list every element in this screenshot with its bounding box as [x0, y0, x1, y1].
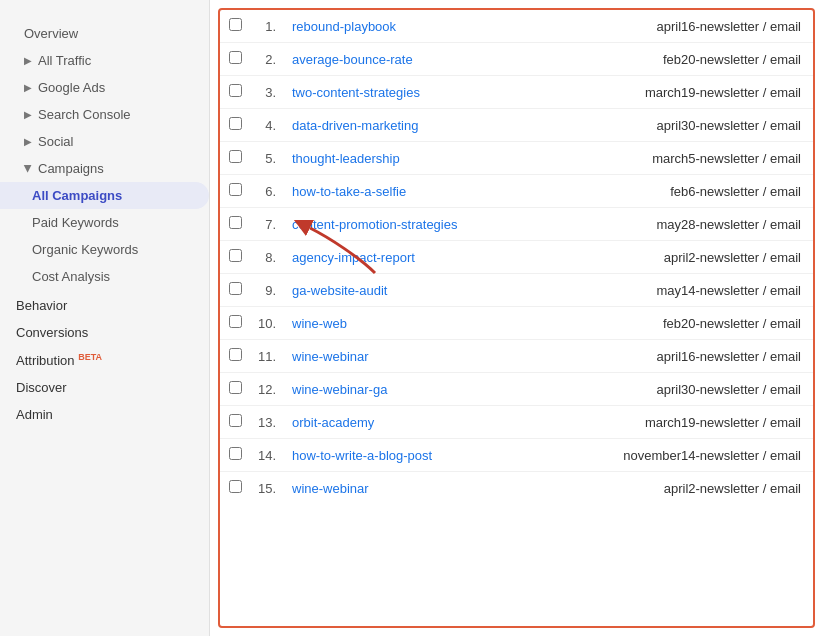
table-row: 4. data-driven-marketing april30-newslet… — [220, 109, 813, 142]
row-source: april30-newsletter / email — [538, 109, 813, 142]
data-table-wrapper: 1. rebound-playbook april16-newsletter /… — [218, 8, 815, 628]
section-behavior: Behavior — [0, 290, 209, 317]
row-link[interactable]: rebound-playbook — [280, 10, 538, 43]
chevron-down-icon: ▶ — [23, 165, 34, 173]
sidebar-item-all-campaigns[interactable]: All Campaigns — [0, 182, 209, 209]
row-number: 9. — [250, 274, 280, 307]
row-checkbox-cell[interactable] — [220, 340, 250, 373]
overview-label: Overview — [24, 26, 78, 41]
row-checkbox[interactable] — [229, 150, 242, 163]
row-checkbox-cell[interactable] — [220, 208, 250, 241]
table-row: 12. wine-webinar-ga april30-newsletter /… — [220, 373, 813, 406]
organic-keywords-label: Organic Keywords — [32, 242, 138, 257]
paid-keywords-label: Paid Keywords — [32, 215, 119, 230]
sidebar-item-social[interactable]: ▶ Social — [0, 128, 209, 155]
campaigns-label: Campaigns — [38, 161, 104, 176]
row-checkbox-cell[interactable] — [220, 76, 250, 109]
table-row: 13. orbit-academy march19-newsletter / e… — [220, 406, 813, 439]
row-link[interactable]: orbit-academy — [280, 406, 538, 439]
row-checkbox-cell[interactable] — [220, 142, 250, 175]
table-row: 5. thought-leadership march5-newsletter … — [220, 142, 813, 175]
table-row: 10. wine-web feb20-newsletter / email — [220, 307, 813, 340]
row-checkbox-cell[interactable] — [220, 10, 250, 43]
row-checkbox[interactable] — [229, 282, 242, 295]
row-number: 15. — [250, 472, 280, 505]
table-row: 1. rebound-playbook april16-newsletter /… — [220, 10, 813, 43]
row-link[interactable]: agency-impact-report — [280, 241, 538, 274]
section-conversions: Conversions — [0, 317, 209, 344]
row-checkbox[interactable] — [229, 117, 242, 130]
row-number: 14. — [250, 439, 280, 472]
row-checkbox[interactable] — [229, 183, 242, 196]
row-link[interactable]: ga-website-audit — [280, 274, 538, 307]
row-link[interactable]: how-to-take-a-selfie — [280, 175, 538, 208]
row-checkbox-cell[interactable] — [220, 274, 250, 307]
row-link[interactable]: wine-webinar — [280, 472, 538, 505]
row-checkbox[interactable] — [229, 249, 242, 262]
row-checkbox[interactable] — [229, 18, 242, 31]
row-link[interactable]: wine-web — [280, 307, 538, 340]
row-source: april2-newsletter / email — [538, 241, 813, 274]
campaigns-table: 1. rebound-playbook april16-newsletter /… — [220, 10, 813, 504]
row-checkbox[interactable] — [229, 315, 242, 328]
table-row: 6. how-to-take-a-selfie feb6-newsletter … — [220, 175, 813, 208]
row-checkbox-cell[interactable] — [220, 439, 250, 472]
row-link[interactable]: average-bounce-rate — [280, 43, 538, 76]
row-checkbox-cell[interactable] — [220, 307, 250, 340]
row-checkbox[interactable] — [229, 84, 242, 97]
row-source: march19-newsletter / email — [538, 76, 813, 109]
all-campaigns-label: All Campaigns — [32, 188, 122, 203]
sidebar-item-overview[interactable]: Overview — [0, 20, 209, 47]
cost-analysis-label: Cost Analysis — [32, 269, 110, 284]
row-source: april2-newsletter / email — [538, 472, 813, 505]
row-checkbox[interactable] — [229, 414, 242, 427]
row-checkbox-cell[interactable] — [220, 175, 250, 208]
row-checkbox-cell[interactable] — [220, 241, 250, 274]
row-number: 7. — [250, 208, 280, 241]
table-row: 7. content-promotion-strategies may28-ne… — [220, 208, 813, 241]
sidebar-item-google-ads[interactable]: ▶ Google Ads — [0, 74, 209, 101]
row-checkbox-cell[interactable] — [220, 43, 250, 76]
sidebar-item-campaigns[interactable]: ▶ Campaigns — [0, 155, 209, 182]
row-checkbox[interactable] — [229, 51, 242, 64]
row-checkbox[interactable] — [229, 480, 242, 493]
row-link[interactable]: two-content-strategies — [280, 76, 538, 109]
section-discover: Discover — [0, 372, 209, 399]
table-row: 9. ga-website-audit may14-newsletter / e… — [220, 274, 813, 307]
row-checkbox[interactable] — [229, 381, 242, 394]
row-link[interactable]: how-to-write-a-blog-post — [280, 439, 538, 472]
sidebar-item-all-traffic[interactable]: ▶ All Traffic — [0, 47, 209, 74]
row-checkbox[interactable] — [229, 216, 242, 229]
row-source: feb6-newsletter / email — [538, 175, 813, 208]
row-source: may14-newsletter / email — [538, 274, 813, 307]
row-link[interactable]: data-driven-marketing — [280, 109, 538, 142]
row-checkbox-cell[interactable] — [220, 109, 250, 142]
row-number: 4. — [250, 109, 280, 142]
row-checkbox-cell[interactable] — [220, 406, 250, 439]
row-source: may28-newsletter / email — [538, 208, 813, 241]
sidebar-item-cost-analysis[interactable]: Cost Analysis — [0, 263, 209, 290]
sidebar-item-search-console[interactable]: ▶ Search Console — [0, 101, 209, 128]
row-link[interactable]: thought-leadership — [280, 142, 538, 175]
row-number: 12. — [250, 373, 280, 406]
sidebar-item-paid-keywords[interactable]: Paid Keywords — [0, 209, 209, 236]
row-checkbox-cell[interactable] — [220, 373, 250, 406]
row-source: april16-newsletter / email — [538, 10, 813, 43]
row-checkbox-cell[interactable] — [220, 472, 250, 505]
sidebar-item-organic-keywords[interactable]: Organic Keywords — [0, 236, 209, 263]
row-source: feb20-newsletter / email — [538, 307, 813, 340]
row-number: 1. — [250, 10, 280, 43]
chevron-right-icon: ▶ — [24, 109, 32, 120]
row-link[interactable]: wine-webinar — [280, 340, 538, 373]
row-checkbox[interactable] — [229, 348, 242, 361]
row-number: 2. — [250, 43, 280, 76]
row-checkbox[interactable] — [229, 447, 242, 460]
row-number: 6. — [250, 175, 280, 208]
all-traffic-label: All Traffic — [38, 53, 91, 68]
row-link[interactable]: content-promotion-strategies — [280, 208, 538, 241]
row-number: 3. — [250, 76, 280, 109]
chevron-right-icon: ▶ — [24, 55, 32, 66]
row-link[interactable]: wine-webinar-ga — [280, 373, 538, 406]
row-number: 11. — [250, 340, 280, 373]
row-source: april30-newsletter / email — [538, 373, 813, 406]
